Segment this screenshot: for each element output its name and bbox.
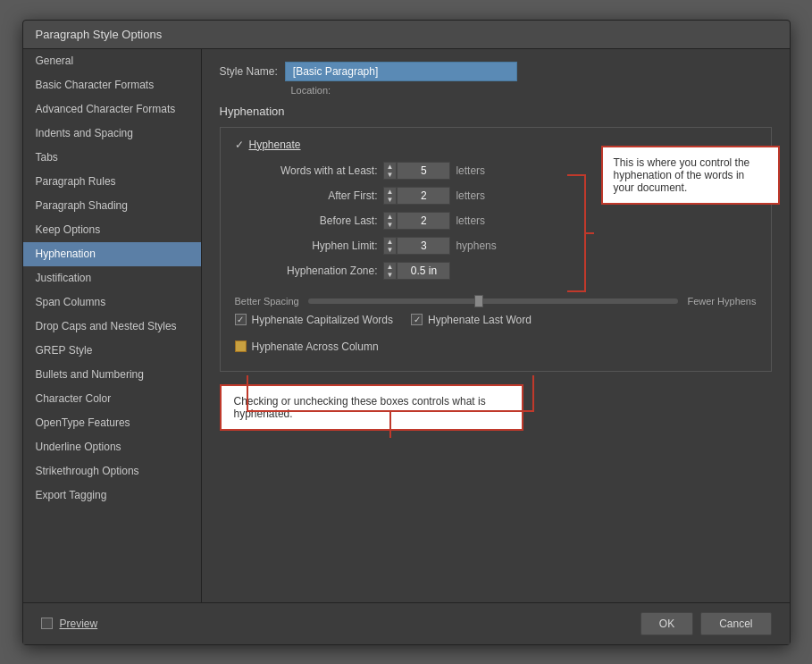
right-bracket-svg — [567, 171, 594, 296]
footer-left: Preview — [41, 618, 98, 630]
style-name-label: Style Name: — [220, 65, 278, 78]
checkbox-last-word[interactable] — [411, 314, 423, 325]
checkbox-row-cap-words[interactable]: Hyphenate Capitalized Words — [235, 314, 394, 326]
style-name-input[interactable] — [285, 62, 517, 81]
slider-track[interactable] — [308, 298, 679, 304]
preview-label: Preview — [60, 618, 98, 630]
field-label-2: Before Last: — [235, 214, 378, 227]
field-input-2[interactable] — [397, 212, 450, 230]
sidebar-item-para-shading[interactable]: Paragraph Shading — [23, 194, 201, 218]
checkbox-area: Hyphenate Capitalized WordsHyphenate Las… — [235, 314, 757, 360]
sidebar: GeneralBasic Character FormatsAdvanced C… — [23, 49, 202, 602]
hyphenate-checkmark: ✓ — [235, 139, 244, 151]
sidebar-item-tabs[interactable]: Tabs — [23, 146, 201, 170]
better-spacing-label: Better Spacing — [235, 296, 299, 307]
checkbox-label-last-word: Hyphenate Last Word — [428, 314, 532, 326]
field-row-3: Hyphen Limit:▲▼hyphens — [235, 237, 757, 255]
sidebar-item-span-columns[interactable]: Span Columns — [23, 290, 201, 315]
spinner-btn-4[interactable]: ▲▼ — [383, 262, 398, 280]
dialog-footer: Preview OK Cancel — [23, 602, 790, 644]
sidebar-item-hyphenation[interactable]: Hyphenation — [23, 242, 201, 266]
field-input-3[interactable] — [397, 237, 450, 255]
spinner-btn-1[interactable]: ▲▼ — [383, 187, 398, 205]
sidebar-item-para-rules[interactable]: Paragraph Rules — [23, 170, 201, 194]
field-input-4[interactable] — [397, 262, 450, 280]
sidebar-item-underline[interactable]: Underline Options — [23, 435, 201, 459]
sidebar-item-drop-caps[interactable]: Drop Caps and Nested Styles — [23, 315, 201, 339]
field-unit-2: letters — [456, 214, 485, 227]
right-callout: This is where you control the hyphenatio… — [601, 146, 780, 205]
checkbox-left-col: Hyphenate Capitalized WordsHyphenate Las… — [235, 314, 532, 360]
style-name-row: Style Name: — [220, 62, 772, 81]
field-label-0: Words with at Least: — [235, 164, 378, 177]
sidebar-item-export[interactable]: Export Tagging — [23, 483, 201, 508]
fewer-hyphens-label: Fewer Hyphens — [687, 296, 756, 307]
field-unit-0: letters — [456, 164, 485, 177]
field-label-3: Hyphen Limit: — [235, 240, 378, 252]
sidebar-item-justification[interactable]: Justification — [23, 266, 201, 290]
ok-button[interactable]: OK — [640, 612, 693, 635]
sidebar-item-basic-char[interactable]: Basic Character Formats — [23, 73, 201, 97]
main-content: Style Name: Location: Hyphenation ✓ Hyph… — [202, 49, 790, 602]
sidebar-item-adv-char[interactable]: Advanced Character Formats — [23, 97, 201, 122]
checkbox-row-across-col[interactable]: Hyphenate Across Column — [235, 340, 532, 353]
sidebar-item-strikethrough[interactable]: Strikethrough Options — [23, 459, 201, 483]
field-row-4: Hyphenation Zone:▲▼ — [235, 262, 757, 280]
field-input-1[interactable] — [397, 187, 450, 205]
sidebar-item-grep[interactable]: GREP Style — [23, 339, 201, 363]
hyphenate-label: Hyphenate — [249, 139, 301, 151]
location-label: Location: — [291, 85, 331, 96]
footer-buttons: OK Cancel — [640, 612, 772, 635]
field-unit-3: hyphens — [456, 240, 496, 252]
slider-row: Better Spacing Fewer Hyphens — [235, 296, 757, 307]
dialog-title: Paragraph Style Options — [23, 21, 790, 49]
fields-area: Words with at Least:▲▼lettersAfter First… — [235, 162, 757, 287]
checkbox-across-col[interactable] — [235, 340, 247, 352]
preview-checkbox[interactable] — [41, 618, 53, 629]
sidebar-item-general[interactable]: General — [23, 49, 201, 73]
spinner-btn-2[interactable]: ▲▼ — [383, 212, 398, 230]
spinner-group-3: ▲▼hyphens — [383, 237, 497, 255]
spinner-group-4: ▲▼ — [383, 262, 451, 280]
hyphenation-box: ✓ Hyphenate Words with at Least:▲▼letter… — [220, 127, 772, 372]
field-row-2: Before Last:▲▼letters — [235, 212, 757, 230]
paragraph-style-dialog: Paragraph Style Options GeneralBasic Cha… — [22, 20, 791, 645]
sidebar-item-opentype[interactable]: OpenType Features — [23, 411, 201, 435]
field-label-4: Hyphenation Zone: — [235, 265, 378, 277]
checkbox-top-row: Hyphenate Capitalized WordsHyphenate Las… — [235, 314, 532, 333]
sidebar-item-indents[interactable]: Indents and Spacing — [23, 122, 201, 146]
checkbox-label-cap-words: Hyphenate Capitalized Words — [252, 314, 394, 326]
checkbox-row-last-word[interactable]: Hyphenate Last Word — [411, 314, 532, 326]
sidebar-scroll: GeneralBasic Character FormatsAdvanced C… — [23, 49, 201, 508]
checkbox-cap-words[interactable] — [235, 314, 247, 325]
spinner-group-1: ▲▼letters — [383, 187, 486, 205]
field-unit-1: letters — [456, 189, 485, 202]
sidebar-item-bullets[interactable]: Bullets and Numbering — [23, 363, 201, 387]
spinner-group-2: ▲▼letters — [383, 212, 486, 230]
cancel-button[interactable]: Cancel — [700, 612, 771, 635]
location-row: Location: — [220, 85, 772, 96]
field-input-0[interactable] — [397, 162, 450, 180]
spinner-btn-0[interactable]: ▲▼ — [383, 162, 398, 180]
sidebar-item-keep-options[interactable]: Keep Options — [23, 218, 201, 242]
slider-thumb[interactable] — [474, 295, 483, 307]
section-title: Hyphenation — [220, 105, 772, 118]
checkbox-label-across-col: Hyphenate Across Column — [252, 340, 379, 353]
spinner-btn-3[interactable]: ▲▼ — [383, 237, 398, 255]
field-label-1: After First: — [235, 189, 378, 202]
spinner-group-0: ▲▼letters — [383, 162, 486, 180]
sidebar-item-char-color[interactable]: Character Color — [23, 387, 201, 411]
bottom-bracket-svg — [239, 375, 542, 438]
